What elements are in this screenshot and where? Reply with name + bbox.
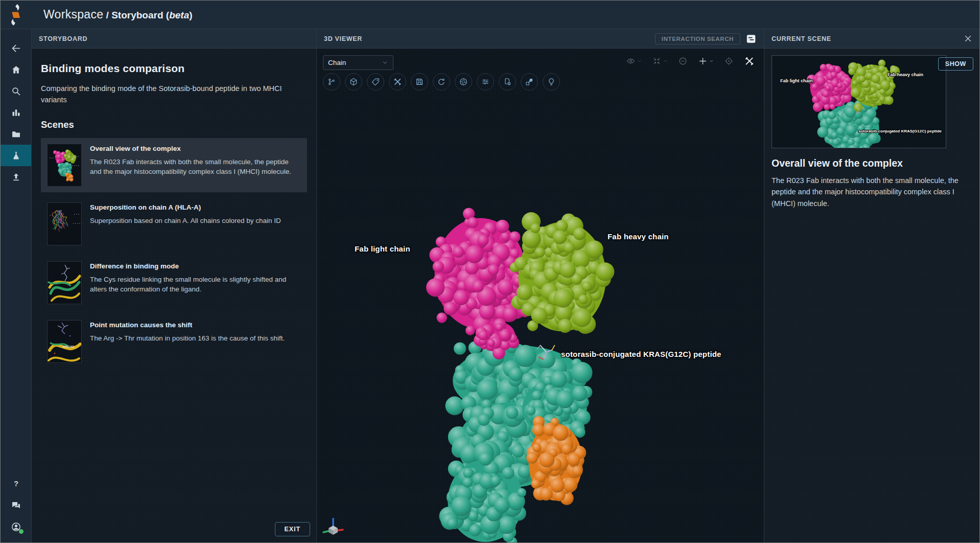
current-scene-thumbnail: Fab light chainFab heavy chainsotorasib-… [772, 55, 946, 148]
chevron-down-icon [663, 59, 668, 63]
toolbar-measurements-button[interactable] [323, 73, 340, 90]
app-logo[interactable] [5, 4, 26, 26]
svg-text:ARG163: ARG163 [62, 345, 75, 348]
save-icon [415, 77, 424, 86]
svg-text:Fab light chain: Fab light chain [780, 78, 813, 83]
application-window: Workspace / Storyboard (beta) ? STORYBOA… [0, 0, 980, 543]
tag-icon [371, 77, 380, 86]
storyboard-panel-header: STORYBOARD [32, 29, 316, 49]
orientation-gizmo[interactable] [321, 515, 345, 539]
breadcrumb-root: Workspace [43, 8, 103, 21]
arrow-left-icon [11, 43, 21, 54]
scene-thumbnail [47, 261, 82, 304]
online-status-dot [19, 529, 24, 534]
toolbar-state-button[interactable] [499, 73, 516, 90]
interaction-search-button[interactable]: INTERACTION SEARCH [655, 33, 740, 44]
viewer-canvas[interactable]: Fab light chain Fab heavy chain sotorasi… [317, 49, 764, 542]
sidebar-item-account[interactable] [1, 516, 31, 537]
mol-label-fab-light-chain: Fab light chain [355, 244, 410, 253]
scene-thumbnail: ARG163 [47, 320, 82, 363]
visibility-button[interactable] [626, 56, 642, 66]
crossed-tools-icon [744, 56, 755, 66]
lightbulb-icon [547, 77, 556, 86]
mol-label-fab-heavy-chain: Fab heavy chain [608, 232, 669, 241]
sidebar-item-back[interactable] [1, 37, 31, 59]
panel-toggle-icon[interactable] [745, 33, 757, 44]
sidebar-item-analytics[interactable] [1, 102, 31, 123]
molecule-render [317, 49, 764, 542]
scene-card-superposition[interactable]: Superposition on chain A (HLA-A) Superpo… [41, 197, 307, 251]
active-tools-button[interactable] [744, 56, 755, 66]
viewer-panel: 3D VIEWER INTERACTION SEARCH Fab light c… [317, 29, 764, 542]
topbar: Workspace / Storyboard (beta) [1, 1, 979, 29]
expand-icon [525, 77, 534, 86]
scene-card-point-mutation[interactable]: ARG163 Point mutation causes the shift T… [41, 314, 307, 369]
breadcrumb-page: / Storyboard ( [103, 10, 169, 20]
chevron-down-icon [382, 59, 388, 66]
sidebar-item-search[interactable] [1, 80, 31, 102]
cube-icon [349, 77, 358, 86]
scene-thumbnail [47, 144, 82, 187]
close-icon[interactable] [964, 34, 972, 43]
sync-icon [437, 77, 446, 86]
sliders-icon [481, 77, 490, 86]
sidebar-item-files[interactable] [1, 123, 31, 145]
mol-label-peptide: sotorasib-conjugated KRAS(G12C) peptide [561, 350, 721, 358]
storyboard-description: Comparing the binding mode of the Sotora… [41, 83, 299, 106]
toolbar-lighting-button[interactable] [543, 73, 560, 90]
viewer-toolbar [323, 73, 560, 90]
svg-text:Fab heavy chain: Fab heavy chain [888, 72, 923, 77]
scene-description: The R023 Fab interacts with both the sma… [90, 157, 301, 177]
sidebar-item-lab[interactable] [1, 145, 31, 166]
storyboard-panel: STORYBOARD Binding modes comparison Comp… [32, 29, 317, 542]
toolbar-structure-button[interactable] [345, 73, 362, 90]
toolbar-label-button[interactable] [367, 73, 384, 90]
storyboard-header-label: STORYBOARD [39, 35, 87, 42]
viewer-panel-header: 3D VIEWER INTERACTION SEARCH [317, 29, 764, 49]
minus-circle-icon [678, 56, 688, 66]
upload-icon [11, 172, 21, 183]
storyboard-body: Binding modes comparison Comparing the b… [32, 49, 316, 542]
sidebar-item-feedback[interactable] [1, 494, 31, 516]
chain-select[interactable]: Chain [323, 55, 393, 70]
toolbar-save-button[interactable] [411, 73, 428, 90]
sidebar-item-home[interactable] [1, 59, 31, 80]
home-icon [11, 64, 21, 75]
git-branch-icon [327, 77, 336, 86]
eye-icon [626, 56, 636, 66]
toolbar-settings-button[interactable] [477, 73, 494, 90]
show-button[interactable]: SHOW [938, 57, 973, 71]
exit-button[interactable]: EXIT [275, 522, 310, 536]
storyboard-title: Binding modes comparison [41, 62, 307, 75]
scene-description: The Cys residue linking the small molecu… [90, 275, 301, 295]
sidebar-spacer [1, 188, 31, 473]
plus-icon [698, 56, 708, 66]
breadcrumb-close: ) [189, 10, 192, 20]
expand-viewport-button[interactable] [652, 56, 668, 66]
toolbar-screenshot-button[interactable] [455, 73, 472, 90]
bar-chart-icon [11, 107, 21, 118]
zoom-out-button[interactable] [678, 56, 688, 66]
chain-select-value: Chain [328, 59, 346, 66]
scene-list: Overall view of the complex The R023 Fab… [41, 138, 307, 369]
scene-thumbnail [47, 202, 82, 245]
aperture-icon [459, 77, 468, 86]
center-target-button[interactable] [724, 56, 734, 66]
scene-card-binding-difference[interactable]: Difference in binding mode The Cys resid… [41, 256, 307, 310]
chevron-down-icon [709, 59, 714, 63]
sidebar-item-upload[interactable] [1, 166, 31, 188]
add-component-button[interactable] [698, 56, 714, 66]
logo-icon [5, 4, 26, 26]
scene-card-overall-view[interactable]: Overall view of the complex The R023 Fab… [41, 138, 307, 192]
current-scene-header-label: CURRENT SCENE [772, 35, 831, 42]
toolbar-reset-view-button[interactable] [433, 73, 450, 90]
sidebar-item-help[interactable]: ? [1, 473, 31, 494]
viewer-header-label: 3D VIEWER [324, 35, 362, 42]
breadcrumb-beta: beta [169, 10, 189, 20]
current-scene-body: Fab light chainFab heavy chainsotorasib-… [764, 49, 979, 542]
toolbar-tools-button[interactable] [389, 73, 406, 90]
help-icon: ? [11, 479, 21, 489]
expand-arrows-icon [652, 56, 662, 66]
svg-text:?: ? [13, 480, 18, 488]
toolbar-expand-button[interactable] [521, 73, 538, 90]
